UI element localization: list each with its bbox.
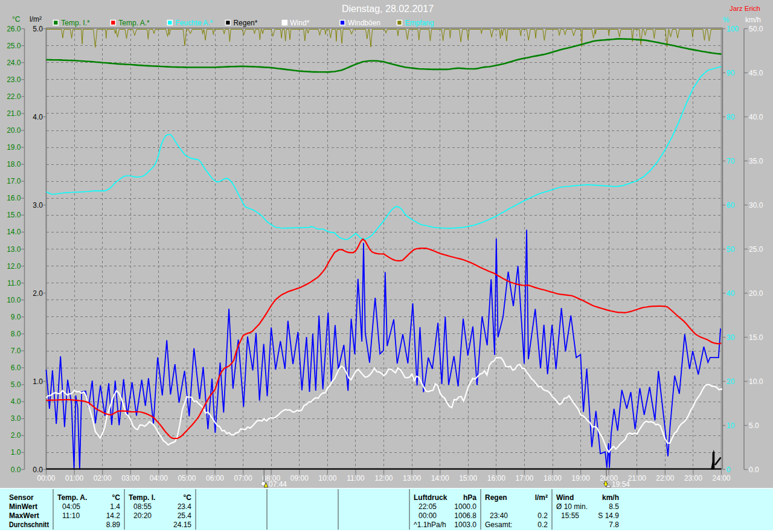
svg-text:MaxWert: MaxWert bbox=[9, 511, 39, 520]
svg-text:8.5: 8.5 bbox=[609, 502, 619, 511]
svg-text:Temp. A.: Temp. A. bbox=[57, 493, 87, 502]
svg-text:Ø 10 min.: Ø 10 min. bbox=[556, 502, 588, 511]
svg-text:0.0: 0.0 bbox=[11, 466, 21, 474]
svg-text:Feuchte A.*: Feuchte A.* bbox=[175, 19, 213, 27]
svg-text:MinWert: MinWert bbox=[9, 502, 37, 511]
svg-text:1006.8: 1006.8 bbox=[454, 511, 476, 520]
svg-text:9.0: 9.0 bbox=[11, 313, 21, 321]
svg-text:22:00: 22:00 bbox=[656, 474, 674, 482]
svg-text:70: 70 bbox=[726, 157, 735, 165]
svg-text:50: 50 bbox=[726, 245, 735, 254]
svg-text:1003.0: 1003.0 bbox=[454, 521, 476, 529]
svg-text:l/m²: l/m² bbox=[535, 493, 548, 502]
svg-text:°C: °C bbox=[12, 15, 21, 24]
svg-text:2.0: 2.0 bbox=[33, 289, 43, 298]
svg-text:40: 40 bbox=[726, 289, 735, 298]
svg-text:24.0: 24.0 bbox=[7, 59, 21, 67]
svg-text:30: 30 bbox=[726, 333, 735, 342]
svg-text:2.0: 2.0 bbox=[11, 431, 21, 440]
svg-text:11.0: 11.0 bbox=[7, 279, 21, 287]
svg-text:7.8: 7.8 bbox=[609, 521, 619, 529]
svg-text:km/h: km/h bbox=[745, 16, 761, 24]
svg-text:S 14.9: S 14.9 bbox=[598, 511, 619, 520]
svg-text:4.0: 4.0 bbox=[11, 397, 21, 406]
svg-text:8.0: 8.0 bbox=[11, 330, 21, 338]
svg-text:Temp. I.*: Temp. I.* bbox=[61, 19, 90, 27]
svg-text:23:00: 23:00 bbox=[684, 474, 702, 482]
svg-text:10:00: 10:00 bbox=[318, 474, 336, 482]
svg-text:15.0: 15.0 bbox=[749, 333, 763, 342]
svg-text:23:40: 23:40 bbox=[490, 511, 508, 520]
svg-text:01:00: 01:00 bbox=[65, 474, 83, 482]
svg-text:10.0: 10.0 bbox=[7, 296, 21, 304]
svg-text:13:00: 13:00 bbox=[403, 474, 421, 482]
svg-text:24.15: 24.15 bbox=[173, 521, 191, 529]
svg-text:16.0: 16.0 bbox=[7, 194, 21, 202]
svg-text:11:00: 11:00 bbox=[347, 474, 364, 482]
svg-text:50.0: 50.0 bbox=[749, 25, 763, 33]
svg-text:Wind*: Wind* bbox=[290, 19, 309, 27]
svg-text:15:55: 15:55 bbox=[561, 511, 579, 520]
svg-text:5.0: 5.0 bbox=[749, 421, 759, 430]
svg-text:04:05: 04:05 bbox=[62, 502, 80, 511]
svg-text:1.0: 1.0 bbox=[11, 448, 21, 457]
svg-text:km/h: km/h bbox=[602, 493, 619, 502]
svg-text:0: 0 bbox=[726, 466, 731, 474]
svg-text:10.0: 10.0 bbox=[749, 377, 763, 386]
svg-text:20.0: 20.0 bbox=[7, 126, 21, 135]
svg-text:7.0: 7.0 bbox=[11, 347, 21, 355]
svg-text:4.0: 4.0 bbox=[33, 113, 43, 121]
svg-text:30.0: 30.0 bbox=[749, 201, 763, 210]
svg-text:07:00: 07:00 bbox=[234, 474, 252, 482]
svg-text:07:44: 07:44 bbox=[269, 480, 287, 489]
svg-text:23.4: 23.4 bbox=[178, 502, 192, 511]
svg-text:100: 100 bbox=[726, 25, 739, 33]
svg-text:20:20: 20:20 bbox=[133, 511, 152, 520]
svg-text:0.0: 0.0 bbox=[749, 466, 759, 474]
svg-text:1.0: 1.0 bbox=[33, 377, 43, 386]
svg-text:5.0: 5.0 bbox=[11, 380, 21, 389]
svg-text:24:00: 24:00 bbox=[712, 474, 730, 482]
svg-text:Sensor: Sensor bbox=[9, 493, 34, 502]
svg-text:09:00: 09:00 bbox=[290, 474, 309, 482]
svg-text:3.0: 3.0 bbox=[33, 201, 43, 210]
svg-text:17.0: 17.0 bbox=[7, 177, 21, 185]
svg-text:hPa: hPa bbox=[463, 493, 476, 502]
svg-text:8.89: 8.89 bbox=[106, 521, 121, 529]
svg-text:11:10: 11:10 bbox=[62, 511, 80, 520]
svg-text:6.0: 6.0 bbox=[11, 364, 21, 372]
svg-text:0.2: 0.2 bbox=[537, 511, 548, 520]
svg-text:19.0: 19.0 bbox=[7, 143, 21, 152]
svg-text:21.0: 21.0 bbox=[7, 109, 21, 118]
svg-text:16:00: 16:00 bbox=[487, 474, 505, 482]
svg-text:1.4: 1.4 bbox=[110, 502, 120, 511]
svg-text:19:54: 19:54 bbox=[612, 480, 630, 489]
svg-text:12.0: 12.0 bbox=[7, 262, 21, 271]
svg-text:15:00: 15:00 bbox=[459, 474, 477, 482]
svg-text:5.0: 5.0 bbox=[33, 25, 43, 33]
svg-text:17:00: 17:00 bbox=[515, 474, 533, 482]
svg-text:%: % bbox=[723, 16, 730, 24]
svg-text:3.0: 3.0 bbox=[11, 414, 21, 423]
svg-text:15.0: 15.0 bbox=[7, 211, 21, 219]
svg-text:90: 90 bbox=[726, 69, 735, 77]
svg-text:04:00: 04:00 bbox=[150, 474, 168, 482]
svg-text:20.0: 20.0 bbox=[749, 289, 763, 298]
svg-text:Gesamt:: Gesamt: bbox=[485, 521, 512, 529]
svg-text:^1.1hPa/h: ^1.1hPa/h bbox=[414, 521, 446, 529]
svg-text:l/m²: l/m² bbox=[30, 15, 42, 24]
svg-text:20: 20 bbox=[726, 377, 735, 386]
svg-text:Regen*: Regen* bbox=[233, 19, 257, 27]
svg-text:Temp. A.*: Temp. A.* bbox=[118, 19, 150, 27]
svg-text:Windböen: Windböen bbox=[348, 19, 380, 27]
svg-text:45.0: 45.0 bbox=[749, 69, 763, 77]
svg-text:Jarz Erich: Jarz Erich bbox=[730, 5, 760, 12]
svg-text:05:00: 05:00 bbox=[178, 474, 196, 482]
svg-text:Temp. I.: Temp. I. bbox=[129, 493, 155, 502]
svg-text:14:00: 14:00 bbox=[431, 474, 449, 482]
svg-text:35.0: 35.0 bbox=[749, 157, 763, 165]
svg-text:25.0: 25.0 bbox=[749, 245, 763, 254]
svg-text:25.0: 25.0 bbox=[7, 42, 21, 50]
svg-text:22:05: 22:05 bbox=[419, 502, 437, 511]
svg-text:80: 80 bbox=[726, 113, 735, 121]
